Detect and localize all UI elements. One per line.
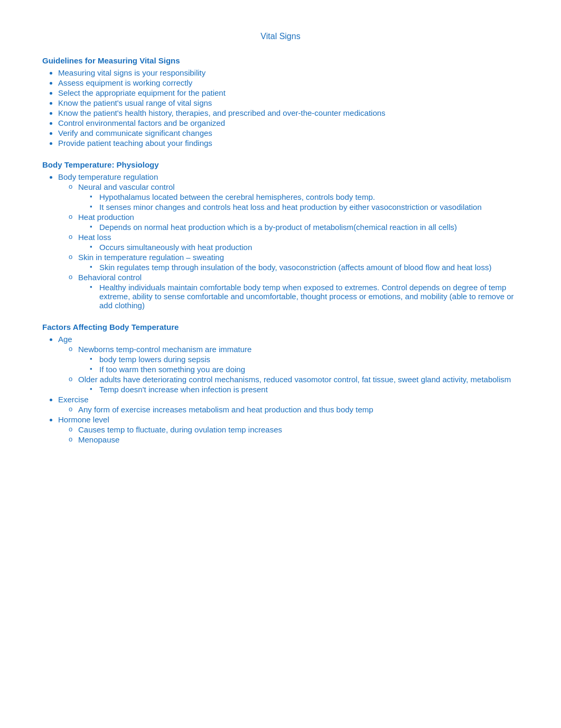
- level2-item: Menopause: [69, 435, 519, 444]
- level3-item: It senses minor changes and controls hea…: [90, 202, 519, 211]
- level2-item: Heat productionDepends on normal heat pr…: [69, 213, 519, 232]
- level1-item: Control environmental factors and be org…: [58, 118, 519, 127]
- section-heading-factors-affecting: Factors Affecting Body Temperature: [42, 322, 519, 331]
- level3-item: Depends on normal heat production which …: [90, 223, 519, 232]
- level3-item: Occurs simultaneously with heat producti…: [90, 243, 519, 252]
- level1-item: Know the patient's usual range of vital …: [58, 98, 519, 107]
- level1-item: Select the appropriate equipment for the…: [58, 88, 519, 97]
- level2-item: Skin in temperature regulation – sweatin…: [69, 253, 519, 272]
- section-guidelines: Guidelines for Measuring Vital SignsMeas…: [42, 56, 519, 148]
- level1-item: ExerciseAny form of exercise increases m…: [58, 395, 519, 414]
- level1-item: Verify and communicate significant chang…: [58, 128, 519, 137]
- level3-item: If too warm then something you are doing: [90, 365, 519, 374]
- level1-item: Measuring vital signs is your responsibi…: [58, 68, 519, 77]
- level1-item: Know the patient's health history, thera…: [58, 108, 519, 117]
- section-heading-guidelines: Guidelines for Measuring Vital Signs: [42, 56, 519, 65]
- level3-item: Hypothalamus located between the cerebra…: [90, 192, 519, 201]
- level1-item: Hormone levelCauses temp to fluctuate, d…: [58, 415, 519, 444]
- page-title: Vital Signs: [42, 32, 519, 41]
- level2-item: Any form of exercise increases metabolis…: [69, 405, 519, 414]
- section-factors-affecting: Factors Affecting Body TemperatureAgeNew…: [42, 322, 519, 444]
- section-body-temp-physiology: Body Temperature: PhysiologyBody tempera…: [42, 160, 519, 310]
- level1-item: Assess equipment is working correctly: [58, 78, 519, 87]
- level3-item: Healthy individuals maintain comfortable…: [90, 283, 519, 310]
- level3-item: Skin regulates temp through insulation o…: [90, 263, 519, 272]
- level2-item: Older adults have deteriorating control …: [69, 375, 519, 394]
- level2-item: Causes temp to fluctuate, during ovulati…: [69, 425, 519, 434]
- level2-item: Behavioral controlHealthy individuals ma…: [69, 273, 519, 310]
- level2-item: Newborns temp-control mechanism are imma…: [69, 345, 519, 374]
- section-heading-body-temp-physiology: Body Temperature: Physiology: [42, 160, 519, 169]
- level3-item: Temp doesn't increase when infection is …: [90, 385, 519, 394]
- level2-item: Heat lossOccurs simultaneously with heat…: [69, 233, 519, 252]
- level3-item: body temp lowers during sepsis: [90, 355, 519, 364]
- content-area: Guidelines for Measuring Vital SignsMeas…: [42, 56, 519, 444]
- level2-item: Neural and vascular controlHypothalamus …: [69, 182, 519, 211]
- level1-item: AgeNewborns temp-control mechanism are i…: [58, 335, 519, 394]
- level1-item: Provide patient teaching about your find…: [58, 139, 519, 148]
- level1-item: Body temperature regulationNeural and va…: [58, 172, 519, 310]
